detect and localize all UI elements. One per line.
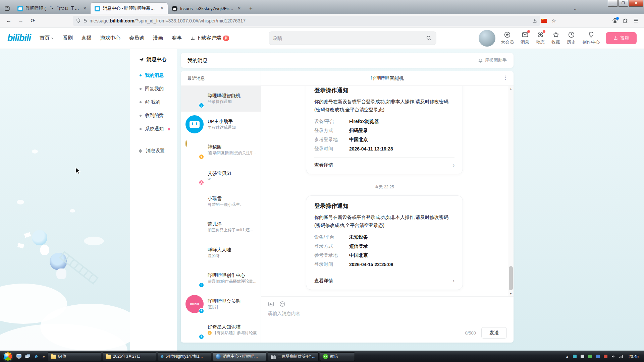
sidebar-item-likes[interactable]: 收到的赞: [130, 109, 177, 122]
nav-link-live[interactable]: 直播: [82, 35, 92, 41]
conversation-item[interactable]: 大 艾莎宝贝51w: [181, 163, 261, 189]
conversation-item[interactable]: ϟ 哔哩哔哩智能机登录操作通知: [181, 86, 261, 112]
conversation-item[interactable]: ϟ 哔哩哔哩创作中心恭喜!你的作品播放评论量...: [181, 265, 261, 291]
view-details-link[interactable]: 查看详情›: [314, 157, 454, 169]
nav-link-manga[interactable]: 漫画: [153, 35, 163, 41]
scroll-up-arrow[interactable]: ▲: [508, 86, 514, 91]
sidebar-item-my-messages[interactable]: 我的消息: [130, 69, 177, 82]
tab-github-issues[interactable]: Issues · e3kskoy7wqk/Firefox ✕: [168, 3, 245, 14]
conversation-item[interactable]: 小瑞雪可爱的一颗小花生。: [181, 188, 261, 214]
nav-link-bangumi[interactable]: 番剧: [63, 35, 73, 41]
nav-link-esports[interactable]: 赛事: [172, 35, 182, 41]
address-bar[interactable]: message.bilibili.com/?spm_id_from=333.10…: [73, 16, 540, 26]
fan-club-assistant-button[interactable]: 应援团助手: [478, 57, 507, 63]
conversation-item[interactable]: 咩咩大人哇是的呀: [181, 240, 261, 266]
shield-icon[interactable]: [76, 18, 81, 23]
vip-badge: 大: [199, 180, 204, 185]
back-button[interactable]: ←: [3, 16, 14, 26]
chat-scrollbar[interactable]: ▲ ▼: [508, 86, 514, 296]
view-details-link[interactable]: 查看详情›: [314, 273, 454, 284]
send-button[interactable]: 发送: [481, 327, 507, 339]
user-avatar[interactable]: [479, 30, 495, 47]
taskbar-button-wechat[interactable]: 微信: [320, 352, 355, 361]
search-input[interactable]: [273, 36, 426, 41]
nav-action-messages[interactable]: 消息: [521, 31, 529, 45]
nav-action-creator-center[interactable]: 创作中心: [582, 31, 600, 45]
tab-message-center[interactable]: 消息中心 - 哔哩哔哩弹幕视频网 ✕: [91, 3, 168, 14]
tab-close-icon[interactable]: ✕: [237, 6, 241, 11]
upload-button[interactable]: 投稿: [606, 32, 637, 44]
taskbar-button-folder[interactable]: 64位: [48, 352, 101, 361]
new-badge: 新: [223, 36, 229, 41]
conversation-item[interactable]: 蕾儿洋初三你只上传了unit1,还...: [181, 214, 261, 240]
search-icon[interactable]: [426, 35, 432, 41]
lock-icon[interactable]: [83, 18, 88, 23]
nav-action-favorites[interactable]: 收藏: [551, 31, 560, 45]
sidebar-item-system-notices[interactable]: 系统通知: [130, 122, 177, 136]
extensions-icon[interactable]: [623, 18, 628, 23]
nav-link-mall[interactable]: 会员购: [129, 35, 144, 41]
conversation-item[interactable]: bilibiliϟ 哔哩哔哩会员购[图片]: [181, 291, 261, 317]
nav-action-history[interactable]: 历史: [567, 31, 576, 45]
pinwheel-icon: [537, 31, 544, 38]
nav-link-home[interactable]: 首页: [40, 35, 54, 41]
nav-link-game-center[interactable]: 游戏中心: [100, 35, 120, 41]
taskbar-button-ie[interactable]: e 64位Nightly147和1...: [158, 352, 211, 361]
scrollbar-thumb[interactable]: [509, 266, 513, 290]
sidebar-item-message-settings[interactable]: 消息设置: [130, 144, 177, 158]
emoji-icon[interactable]: [279, 301, 286, 307]
account-icon[interactable]: [612, 18, 618, 23]
forward-button[interactable]: →: [15, 16, 26, 26]
translate-extension-icon[interactable]: [541, 19, 547, 23]
network-icon[interactable]: [619, 354, 624, 359]
nav-action-vip[interactable]: 大会员: [501, 31, 514, 45]
tab-close-icon[interactable]: ✕: [83, 6, 87, 11]
search-box[interactable]: [269, 32, 436, 45]
quick-launch-overflow-chevron[interactable]: »: [43, 354, 45, 359]
bookmark-star-icon[interactable]: ☆: [548, 16, 559, 26]
taskbar-button-firefox-active[interactable]: 消息中心 - 哔哩哔...: [213, 352, 266, 361]
bilibili-logo[interactable]: bilibili: [7, 33, 31, 43]
tab-close-icon[interactable]: ✕: [160, 6, 164, 11]
taskbar-button-qq-groups[interactable]: 三原塔翻新群等4个...: [268, 352, 319, 361]
new-tab-button[interactable]: +: [246, 4, 256, 13]
tray-icon[interactable]: [573, 354, 577, 359]
tab-list-chevron-icon[interactable]: ⌄: [573, 6, 577, 11]
tab-bilibili-home[interactable]: 哔哩哔哩 ( ゜- ゜)つロ 干杯~-bil ✕: [13, 3, 91, 14]
message-input[interactable]: [268, 311, 507, 327]
notification-dot: [527, 30, 530, 33]
tray-icon[interactable]: [596, 354, 600, 359]
firefox-view-icon[interactable]: [3, 4, 11, 13]
reload-button[interactable]: ⟳: [28, 16, 38, 26]
taskbar-button-folder[interactable]: 2026年3月27日: [103, 352, 156, 361]
tray-icon[interactable]: [588, 354, 593, 359]
start-button[interactable]: [3, 352, 12, 361]
quick-launch-explorer-icon[interactable]: [24, 353, 31, 360]
quick-launch-desktop-icon[interactable]: [15, 353, 22, 360]
scroll-down-arrow[interactable]: ▼: [508, 291, 514, 296]
more-options-icon[interactable]: ⋮: [503, 74, 508, 81]
tray-expand-chevron[interactable]: ▲: [565, 354, 570, 359]
contacts-icon: [271, 354, 276, 359]
tray-icon[interactable]: [603, 354, 608, 359]
sidebar-item-replies[interactable]: 回复我的: [130, 82, 177, 96]
window-maximize-button[interactable]: ❐: [618, 0, 628, 7]
window-minimize-button[interactable]: ▁: [608, 0, 618, 7]
quick-launch-ie-icon[interactable]: e: [33, 353, 40, 360]
sidebar-item-label: 收到的赞: [145, 113, 164, 119]
volume-icon[interactable]: [611, 354, 616, 359]
conversation-item[interactable]: UP主小助手里程碑达成通知: [181, 112, 261, 137]
url-text[interactable]: message.bilibili.com/?spm_id_from=333.10…: [90, 18, 530, 23]
page-body: 消息中心 我的消息 回复我的 @ 我的 收到的赞: [0, 49, 644, 351]
nav-action-dynamics[interactable]: 动态: [536, 31, 545, 45]
nav-link-download-client[interactable]: 下载客户端 新: [191, 35, 229, 41]
conversation-item[interactable]: ϟ 神秘园[自动回复]谢谢您的关注![...: [181, 137, 261, 163]
chat-message-area[interactable]: 登录操作通知 你的账号在新设备或平台登录成功,如非本人操作,请及时修改密码(密码…: [261, 86, 514, 296]
menu-hamburger-icon[interactable]: [633, 18, 639, 23]
image-upload-icon[interactable]: [268, 301, 274, 307]
window-close-button[interactable]: ✕: [629, 0, 643, 7]
conversation-item[interactable]: ϟ 好奇星人知识喵¥【有奖话题】参与讨论赢...: [181, 317, 261, 343]
sidebar-item-mentions[interactable]: @ 我的: [130, 96, 177, 109]
download-icon[interactable]: [532, 18, 537, 23]
tray-icon[interactable]: [580, 354, 585, 359]
